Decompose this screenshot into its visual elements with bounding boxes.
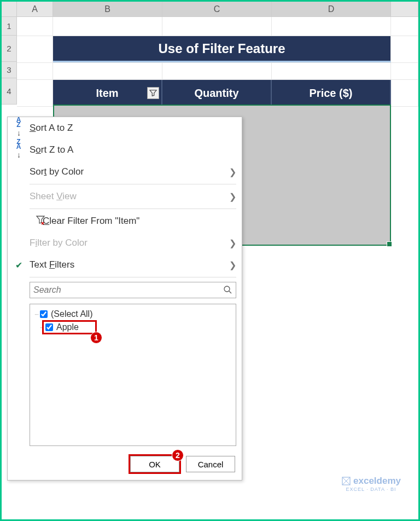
clear-filter[interactable]: Clear Filter From "Item" — [8, 210, 242, 232]
sort-by-color[interactable]: Sort by Color ❯ — [8, 161, 242, 183]
col-header-c[interactable]: C — [162, 2, 272, 16]
col-header-b[interactable]: B — [53, 2, 162, 16]
col-header-d[interactable]: D — [272, 2, 391, 16]
select-all-label: (Select All) — [51, 309, 92, 319]
cell-d3[interactable] — [272, 63, 391, 79]
callout-box-apple — [42, 320, 97, 334]
cancel-button[interactable]: Cancel — [186, 456, 235, 472]
menu-separator — [30, 184, 236, 184]
sort-az-label: Sort A to Z — [30, 123, 73, 134]
filter-dropdown-menu: AZ↓ Sort A to Z ZA↓ Sort Z to A Sort by … — [7, 117, 242, 481]
cell-e3[interactable] — [391, 63, 418, 79]
header-item-label: Item — [96, 87, 118, 100]
row-header-1[interactable]: 1 — [2, 17, 17, 36]
filter-color-label: Filter by Color — [30, 238, 88, 248]
filter-search-input[interactable] — [30, 282, 236, 298]
filter-values-list: ··· (Select All) ··· Apple 1 — [30, 304, 236, 446]
col-header-a[interactable]: A — [17, 2, 53, 16]
clear-filter-icon — [34, 215, 47, 228]
sort-az-icon: AZ↓ — [12, 118, 25, 138]
col-header-next[interactable] — [391, 2, 418, 16]
row-header-2[interactable]: 2 — [2, 36, 17, 62]
row-header-4[interactable]: 4 — [2, 78, 17, 105]
select-all-corner[interactable] — [2, 2, 17, 17]
header-qty-label: Quantity — [194, 87, 238, 100]
filter-button-item[interactable] — [147, 87, 159, 99]
menu-separator — [30, 277, 236, 277]
filter-icon — [149, 89, 157, 97]
cell-a1[interactable] — [17, 17, 53, 36]
sort-a-to-z[interactable]: AZ↓ Sort A to Z — [8, 117, 242, 139]
cell-e2[interactable] — [391, 36, 418, 62]
watermark-icon — [341, 476, 351, 486]
sort-z-to-a[interactable]: ZA↓ Sort Z to A — [8, 139, 242, 161]
header-price-label: Price ($) — [310, 87, 353, 100]
clear-filter-label: Clear Filter From "Item" — [43, 216, 139, 227]
cell-a3[interactable] — [17, 63, 53, 79]
check-icon: ✔ — [12, 260, 25, 270]
search-icon — [223, 285, 232, 297]
watermark: exceldemy EXCEL · DATA · BI — [341, 476, 401, 492]
header-item[interactable]: Item — [53, 80, 162, 106]
cell-a2[interactable] — [17, 36, 53, 62]
watermark-brand: exceldemy — [353, 476, 401, 487]
cell-d1[interactable] — [272, 17, 391, 36]
cell-e4[interactable] — [391, 80, 418, 106]
filter-by-color: Filter by Color ❯ — [8, 232, 242, 254]
sheet-view-label: Sheet View — [30, 191, 77, 202]
svg-point-0 — [224, 286, 230, 292]
callout-badge-2: 2 — [172, 449, 184, 461]
cell-e1[interactable] — [391, 17, 418, 36]
cell-c1[interactable] — [162, 17, 272, 36]
cell-a4[interactable] — [17, 80, 53, 106]
title-cell[interactable]: Use of Filter Feature — [53, 36, 391, 62]
tree-line-icon: ··· — [34, 310, 38, 318]
sort-za-label: Sort Z to A — [30, 144, 73, 155]
ok-button-wrap: OK 2 — [130, 456, 179, 472]
callout-badge-1: 1 — [90, 332, 102, 344]
cell-b1[interactable] — [53, 17, 162, 36]
chevron-right-icon: ❯ — [229, 260, 236, 270]
row-header-3[interactable]: 3 — [2, 62, 17, 78]
sheet-view: Sheet View ❯ — [8, 186, 242, 207]
menu-separator — [30, 209, 236, 209]
chevron-right-icon: ❯ — [229, 238, 236, 248]
header-price[interactable]: Price ($) — [272, 80, 391, 106]
header-quantity[interactable]: Quantity — [162, 80, 272, 106]
chevron-right-icon: ❯ — [229, 167, 236, 177]
sort-za-icon: ZA↓ — [12, 140, 25, 160]
chevron-right-icon: ❯ — [229, 192, 236, 202]
filter-item-select-all[interactable]: ··· (Select All) — [34, 308, 231, 321]
text-filters[interactable]: ✔ Text Filters ❯ — [8, 254, 242, 276]
select-all-checkbox[interactable] — [40, 310, 48, 318]
text-filters-label: Text Filters — [30, 259, 74, 270]
sort-color-label: Sort by Color — [30, 166, 84, 177]
cell-b3[interactable] — [53, 63, 162, 79]
watermark-sub: EXCEL · DATA · BI — [341, 487, 401, 492]
cell-c3[interactable] — [162, 63, 272, 79]
